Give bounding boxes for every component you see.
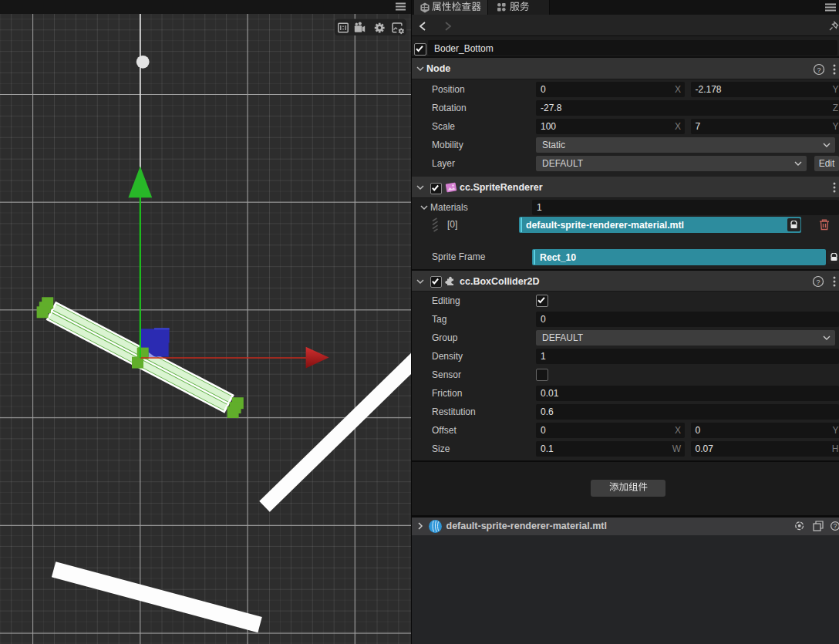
svg-text:?: ? [833, 522, 837, 530]
svg-text:?: ? [817, 66, 820, 73]
svg-text:?: ? [816, 278, 820, 285]
